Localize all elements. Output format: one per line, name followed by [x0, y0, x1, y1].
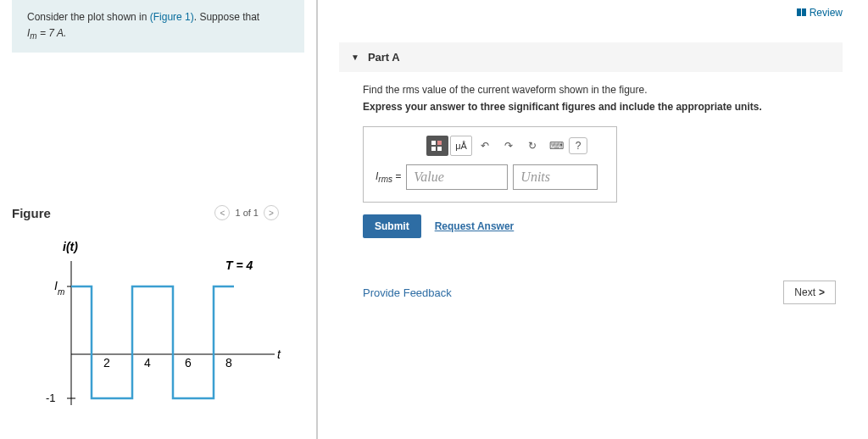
- problem-statement: Consider the plot shown in (Figure 1). S…: [12, 0, 304, 53]
- next-caret-icon: >: [819, 286, 825, 298]
- request-answer-link[interactable]: Request Answer: [435, 220, 515, 232]
- figure-pager-text: 1 of 1: [235, 208, 259, 218]
- redo-icon[interactable]: ↷: [498, 136, 520, 156]
- problem-intro-prefix: Consider the plot shown in: [27, 11, 150, 23]
- waveform-line: [71, 286, 234, 398]
- figure-next-button[interactable]: >: [264, 205, 279, 220]
- figure-panel: Figure < 1 of 1 > i(t) t Im -1 2: [0, 205, 316, 439]
- xtick-4: 4: [144, 356, 151, 370]
- svg-rect-7: [437, 147, 442, 151]
- answer-variable-label: Irms =: [376, 170, 401, 184]
- review-icon: [797, 7, 807, 19]
- part-header[interactable]: ▼ Part A: [339, 42, 843, 72]
- keyboard-icon[interactable]: ⌨: [545, 136, 567, 156]
- part-title: Part A: [368, 51, 400, 64]
- submit-button[interactable]: Submit: [363, 214, 421, 238]
- xtick-8: 8: [225, 356, 232, 370]
- period-label: T = 4: [225, 258, 253, 272]
- question-body: Find the rms value of the current wavefo…: [339, 84, 843, 304]
- review-link[interactable]: Review: [797, 7, 843, 19]
- waveform-plot: i(t) t Im -1 2 4 6 8 T = 4: [29, 236, 283, 422]
- left-column: Consider the plot shown in (Figure 1). S…: [0, 0, 318, 439]
- im-label: Im: [54, 279, 64, 297]
- review-label: Review: [810, 7, 843, 19]
- answer-box: μÅ ↶ ↷ ↻ ⌨ ? Irms = Value Units: [363, 126, 617, 203]
- figure-reference-link[interactable]: (Figure 1): [150, 11, 194, 23]
- help-button[interactable]: ?: [569, 137, 587, 154]
- units-input[interactable]: Units: [513, 164, 598, 190]
- svg-rect-5: [437, 141, 442, 145]
- reset-icon[interactable]: ↻: [521, 136, 543, 156]
- next-label: Next: [794, 286, 815, 298]
- value-input[interactable]: Value: [406, 164, 508, 190]
- question-direction: Express your answer to three significant…: [363, 101, 836, 113]
- templates-icon[interactable]: [426, 136, 448, 156]
- collapse-icon: ▼: [351, 53, 359, 62]
- svg-rect-4: [431, 141, 436, 145]
- x-axis-label: t: [277, 347, 281, 361]
- xtick-6: 6: [185, 356, 192, 370]
- undo-icon[interactable]: ↶: [474, 136, 496, 156]
- neg1-tick: -1: [46, 392, 56, 404]
- next-button[interactable]: Next >: [783, 281, 836, 304]
- right-column: Review ▼ Part A Find the rms value of th…: [318, 0, 868, 439]
- units-button[interactable]: μÅ: [450, 136, 472, 156]
- problem-intro-suffix: . Suppose that: [194, 11, 259, 23]
- figure-title: Figure: [12, 206, 51, 220]
- provide-feedback-link[interactable]: Provide Feedback: [363, 286, 452, 299]
- y-axis-label: i(t): [63, 240, 78, 253]
- figure-pager: < 1 of 1 >: [214, 205, 279, 220]
- figure-prev-button[interactable]: <: [214, 205, 230, 220]
- svg-rect-6: [431, 147, 436, 151]
- xtick-2: 2: [103, 356, 110, 370]
- question-text: Find the rms value of the current wavefo…: [363, 84, 836, 96]
- answer-toolbar: μÅ ↶ ↷ ↻ ⌨ ?: [426, 136, 604, 156]
- problem-equation: Im = 7 A.: [27, 26, 289, 42]
